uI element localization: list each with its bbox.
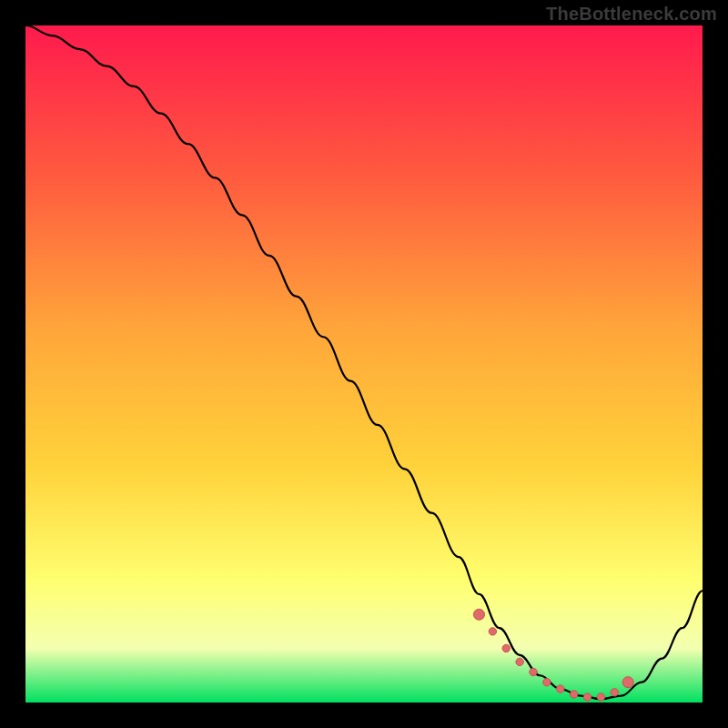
marker-dot <box>502 644 510 652</box>
marker-dot <box>570 691 577 698</box>
gradient-background <box>25 25 703 703</box>
marker-dot <box>611 689 618 696</box>
marker-dot <box>583 693 591 701</box>
marker-dot <box>557 685 564 693</box>
marker-dot <box>530 668 537 675</box>
marker-dot <box>489 628 496 635</box>
plot-area <box>25 25 703 703</box>
chart-svg <box>25 25 703 703</box>
marker-dot <box>516 658 523 665</box>
marker-dot <box>473 609 484 620</box>
watermark-text: TheBottleneck.com <box>546 4 717 25</box>
marker-dot <box>622 677 633 688</box>
marker-dot <box>543 678 551 685</box>
marker-dot <box>597 693 604 701</box>
chart-stage: TheBottleneck.com <box>0 0 728 728</box>
